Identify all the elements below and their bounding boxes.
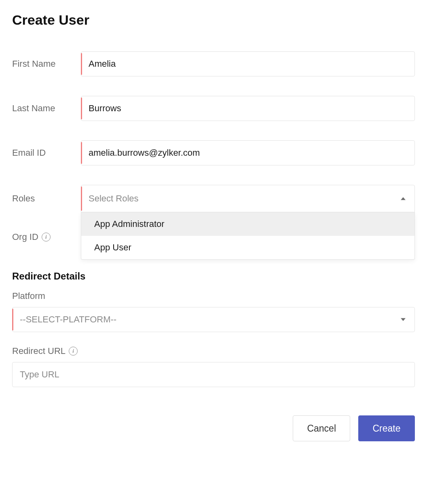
platform-placeholder: --SELECT-PLATFORM--: [20, 314, 116, 325]
email-row: Email ID: [12, 140, 415, 165]
org-id-label: Org ID i: [12, 232, 81, 242]
platform-select[interactable]: --SELECT-PLATFORM--: [12, 307, 415, 332]
roles-row: Roles Select Roles App Administrator App…: [12, 185, 415, 212]
org-id-label-text: Org ID: [12, 232, 38, 242]
platform-field-wrap: --SELECT-PLATFORM--: [12, 307, 415, 332]
last-name-row: Last Name: [12, 96, 415, 121]
roles-field-wrap: Select Roles App Administrator App User: [81, 185, 415, 212]
first-name-field-wrap: [81, 51, 415, 76]
roles-label: Roles: [12, 193, 81, 204]
actions: Cancel Create: [12, 415, 415, 441]
create-button[interactable]: Create: [358, 415, 415, 441]
first-name-row: First Name: [12, 51, 415, 76]
email-field-wrap: [81, 140, 415, 165]
email-input[interactable]: [81, 140, 415, 165]
redirect-heading: Redirect Details: [12, 271, 415, 282]
platform-label: Platform: [12, 291, 415, 301]
info-icon[interactable]: i: [69, 347, 78, 356]
roles-option-app-administrator[interactable]: App Administrator: [81, 212, 414, 236]
redirect-url-label-text: Redirect URL: [12, 346, 66, 356]
chevron-up-icon: [401, 197, 406, 200]
first-name-label: First Name: [12, 59, 81, 69]
email-label: Email ID: [12, 148, 81, 158]
cancel-button[interactable]: Cancel: [293, 415, 350, 441]
redirect-url-label: Redirect URL i: [12, 346, 415, 356]
platform-group: Platform --SELECT-PLATFORM--: [12, 291, 415, 332]
last-name-field-wrap: [81, 96, 415, 121]
last-name-input[interactable]: [81, 96, 415, 121]
redirect-url-input[interactable]: [12, 362, 415, 387]
chevron-down-icon: [401, 318, 406, 321]
roles-select[interactable]: Select Roles: [81, 185, 415, 212]
roles-option-app-user[interactable]: App User: [81, 236, 414, 259]
redirect-url-group: Redirect URL i: [12, 346, 415, 387]
info-icon[interactable]: i: [42, 233, 51, 241]
roles-dropdown: App Administrator App User: [81, 212, 415, 260]
page-title: Create User: [12, 12, 415, 28]
first-name-input[interactable]: [81, 51, 415, 76]
roles-placeholder: Select Roles: [89, 193, 139, 204]
last-name-label: Last Name: [12, 103, 81, 114]
redirect-url-field-wrap: [12, 362, 415, 387]
